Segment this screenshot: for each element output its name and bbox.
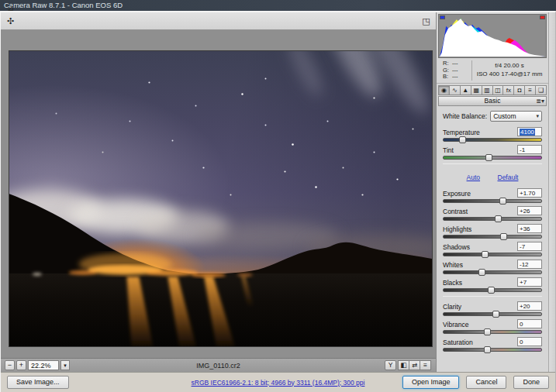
blacks-slider-thumb[interactable] (488, 287, 495, 294)
highlights-label: Highlights (443, 225, 471, 233)
shadows-slider[interactable] (443, 253, 542, 256)
toolbar: ⚲☛✒✜⊕◱⊿✣◉✐▤◯≡↺↻ ◳ (1, 12, 436, 30)
tab-presets[interactable]: ≡ (524, 85, 536, 95)
whites-slider-thumb[interactable] (478, 269, 485, 276)
auto-link[interactable]: Auto (467, 174, 481, 181)
landscape-silhouette (9, 51, 432, 347)
default-link[interactable]: Default (498, 174, 519, 181)
white-balance-select[interactable]: Custom ▾ (490, 111, 542, 122)
divider (443, 163, 542, 164)
temperature-value-field[interactable]: 4100 (517, 127, 542, 136)
highlights-slider-thumb[interactable] (500, 233, 507, 240)
divider (443, 296, 542, 297)
slider-row-contrast: Contrast+26 (443, 206, 542, 221)
panel-scrollbar[interactable] (548, 12, 555, 372)
photo-canvas[interactable] (9, 50, 433, 347)
slider-row-whites: Whites-12 (443, 260, 542, 274)
vibrance-value-field[interactable]: 0 (517, 319, 542, 328)
clarity-value-field[interactable]: +20 (517, 301, 542, 311)
basic-controls: White Balance: Custom ▾ Temperature4100T… (437, 106, 548, 373)
tint-slider[interactable] (443, 156, 542, 160)
white-balance-label: White Balance: (443, 112, 487, 120)
contrast-slider-thumb[interactable] (495, 215, 502, 222)
highlight-clipping-indicator[interactable] (540, 15, 545, 19)
slider-row-temperature: Temperature4100 (443, 127, 542, 142)
clarity-slider-thumb[interactable] (492, 311, 499, 318)
saturation-slider-thumb[interactable] (484, 346, 491, 353)
highlights-value-field[interactable]: +36 (517, 224, 542, 233)
tab-hsl-grayscale[interactable]: ▦ (471, 85, 482, 95)
slider-row-exposure: Exposure+1.70 (443, 188, 542, 203)
slider-row-shadows: Shadows-7 (443, 242, 542, 256)
blacks-value-field[interactable]: +7 (517, 277, 542, 287)
slider-row-tint: Tint-1 (443, 145, 542, 160)
exposure-slider-thumb[interactable] (499, 198, 506, 205)
whites-value-field[interactable]: -12 (517, 260, 542, 269)
swap-before-after-button[interactable]: ⇄ (409, 360, 420, 370)
zoom-in-button[interactable]: + (16, 360, 26, 370)
exposure-value-field[interactable]: +1.70 (517, 188, 542, 198)
contrast-value-field[interactable]: +26 (517, 206, 542, 215)
slider-row-vibrance: Vibrance0 (443, 319, 542, 334)
open-image-button[interactable]: Open Image (402, 376, 460, 389)
preview-mode-button[interactable]: Y (385, 360, 396, 370)
shadows-value-field[interactable]: -7 (517, 242, 542, 251)
exposure-label: Exposure (443, 190, 471, 198)
filename-label: IMG_0110.cr2 (196, 362, 240, 370)
shadows-label: Shadows (443, 243, 470, 251)
tab-tone-curve[interactable]: ∿ (449, 85, 461, 95)
tint-value-field[interactable]: -1 (517, 145, 542, 154)
straighten-tool-icon[interactable]: ⊿ (4, 2, 17, 15)
blacks-slider[interactable] (443, 288, 542, 292)
tab-lens-corrections[interactable]: ◫ (492, 85, 504, 95)
temperature-slider-thumb[interactable] (459, 136, 466, 143)
b-value: --- (452, 74, 458, 81)
tab-snapshots[interactable]: ❏ (535, 85, 547, 95)
spot-removal-tool-icon[interactable]: ✣ (4, 15, 17, 28)
zoom-out-button[interactable]: − (5, 360, 15, 370)
saturation-label: Saturation (443, 339, 473, 346)
cancel-button[interactable]: Cancel (466, 376, 506, 389)
exposure-slider[interactable] (443, 199, 542, 203)
tab-camera-calibration[interactable]: ◘ (513, 85, 525, 95)
highlights-slider[interactable] (443, 235, 542, 239)
fullscreen-toggle-icon[interactable]: ◳ (420, 15, 433, 28)
done-button[interactable]: Done (513, 376, 549, 389)
saturation-slider[interactable] (443, 348, 542, 352)
preview-area (1, 30, 436, 358)
tint-slider-thumb[interactable] (485, 154, 492, 161)
white-balance-value: Custom (493, 112, 536, 120)
contrast-slider[interactable] (443, 217, 542, 221)
zoom-level-field[interactable]: 22.2% (28, 360, 59, 370)
tab-basic[interactable]: ◉ (438, 85, 450, 95)
tint-label: Tint (443, 146, 454, 154)
histogram[interactable] (438, 14, 547, 58)
whites-slider[interactable] (443, 270, 542, 274)
clarity-slider[interactable] (443, 312, 542, 316)
slider-row-clarity: Clarity+20 (443, 301, 542, 316)
tab-effects[interactable]: fx (502, 85, 514, 95)
preview-status-bar: − + 22.2% ▾ IMG_0110.cr2 Y ◧ ⇄ ≡ (1, 358, 436, 372)
before-after-split-button[interactable]: ◧ (398, 360, 409, 370)
saturation-value-field[interactable]: 0 (517, 337, 542, 346)
contrast-label: Contrast (443, 208, 468, 215)
slider-row-saturation: Saturation0 (443, 337, 542, 352)
window-titlebar: Camera Raw 8.7.1 - Canon EOS 6D (0, 0, 556, 11)
panel-menu-icon[interactable]: ≣▾ (536, 97, 544, 105)
tab-split-toning[interactable]: ▥ (482, 85, 493, 95)
tab-detail[interactable]: ▲ (460, 85, 471, 95)
dialog-footer: Save Image... sRGB IEC61966-2.1: 8 bit; … (1, 372, 555, 392)
vibrance-label: Vibrance (443, 321, 468, 328)
window-title: Camera Raw 8.7.1 - Canon EOS 6D (4, 1, 123, 9)
temperature-slider[interactable] (443, 138, 542, 142)
shadow-clipping-indicator[interactable] (440, 15, 445, 19)
shadows-slider-thumb[interactable] (482, 251, 489, 258)
temperature-label: Temperature (443, 129, 480, 136)
zoom-level-dropdown[interactable]: ▾ (60, 360, 70, 370)
clarity-label: Clarity (443, 303, 461, 311)
vibrance-slider[interactable] (443, 330, 542, 334)
preview-options-button[interactable]: ≡ (420, 360, 431, 370)
workflow-options-link[interactable]: sRGB IEC61966-2.1: 8 bit; 4966 by 3311 (… (192, 379, 365, 387)
vibrance-slider-thumb[interactable] (484, 328, 491, 335)
exposure-info: f/4 20.00 s (472, 61, 547, 70)
